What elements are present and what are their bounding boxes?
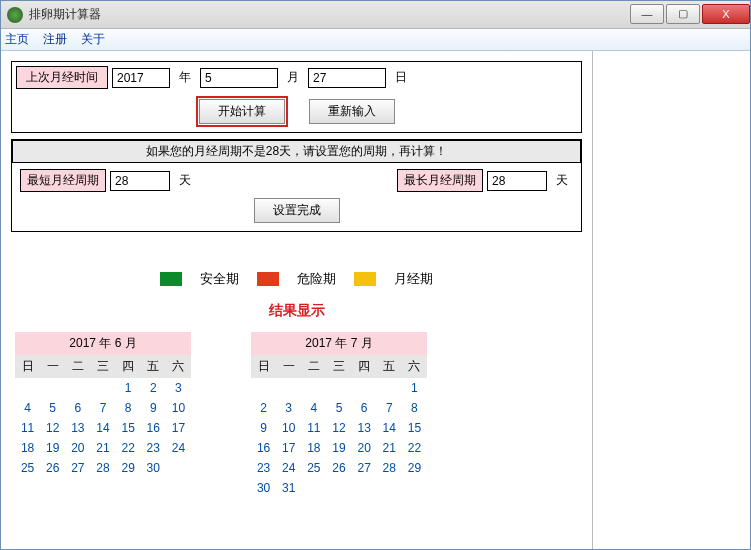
- calendar-cell[interactable]: 9: [141, 398, 166, 418]
- cycle-hint: 如果您的月经周期不是28天，请设置您的周期，再计算！: [12, 140, 581, 163]
- calendar-cell[interactable]: 21: [377, 438, 402, 458]
- weekday-head: 一: [276, 355, 301, 378]
- cycle-panel: 如果您的月经周期不是28天，请设置您的周期，再计算！ 最短月经周期 天 最长月经…: [11, 139, 582, 232]
- weekday-head: 一: [40, 355, 65, 378]
- calendar-cell[interactable]: 28: [377, 458, 402, 478]
- calendar-cell[interactable]: 22: [402, 438, 427, 458]
- max-cycle-label: 最长月经周期: [397, 169, 483, 192]
- month-input[interactable]: [200, 68, 278, 88]
- calendar-cell[interactable]: 5: [326, 398, 351, 418]
- calendar-cell[interactable]: 19: [40, 438, 65, 458]
- calendar-cell[interactable]: 26: [326, 458, 351, 478]
- calendar-cell[interactable]: 4: [301, 398, 326, 418]
- calendar-cell[interactable]: 12: [40, 418, 65, 438]
- calendar-cell[interactable]: 22: [116, 438, 141, 458]
- maximize-button[interactable]: ▢: [666, 4, 700, 24]
- day-input[interactable]: [308, 68, 386, 88]
- main-panel: 上次月经时间 年 月 日 开始计算 重新输入 如果您的月经周期不是28天，请设置…: [1, 51, 592, 549]
- set-done-button[interactable]: 设置完成: [254, 198, 340, 223]
- minimize-button[interactable]: —: [630, 4, 664, 24]
- calendar-cell[interactable]: 2: [251, 398, 276, 418]
- calendar-cell[interactable]: 12: [326, 418, 351, 438]
- calendar-cell[interactable]: 8: [116, 398, 141, 418]
- calendar-cell[interactable]: 28: [90, 458, 115, 478]
- calendar-cell[interactable]: 26: [40, 458, 65, 478]
- calendar-cell[interactable]: 15: [402, 418, 427, 438]
- menu-register[interactable]: 注册: [43, 31, 67, 48]
- calendar-cell[interactable]: 29: [116, 458, 141, 478]
- calendar-cell[interactable]: 13: [352, 418, 377, 438]
- calendar-cell[interactable]: 20: [352, 438, 377, 458]
- reset-button[interactable]: 重新输入: [309, 99, 395, 124]
- calendar-cell-empty: .: [251, 378, 276, 398]
- calendar-cell[interactable]: 10: [166, 398, 191, 418]
- weekday-head: 四: [116, 355, 141, 378]
- calendar-cell[interactable]: 6: [352, 398, 377, 418]
- menu-home[interactable]: 主页: [5, 31, 29, 48]
- calendar-cell[interactable]: 7: [377, 398, 402, 418]
- calendar-cell[interactable]: 16: [251, 438, 276, 458]
- calendar-cell[interactable]: 30: [251, 478, 276, 498]
- danger-swatch: [257, 272, 279, 286]
- calendar-cell[interactable]: 1: [116, 378, 141, 398]
- side-panel: [592, 51, 750, 549]
- weekday-head: 四: [352, 355, 377, 378]
- calendar-cell[interactable]: 31: [276, 478, 301, 498]
- calendar-cell[interactable]: 14: [90, 418, 115, 438]
- calendar-cell[interactable]: 16: [141, 418, 166, 438]
- calendar-cell[interactable]: 30: [141, 458, 166, 478]
- calendar-cell[interactable]: 18: [15, 438, 40, 458]
- calendar-cell[interactable]: 15: [116, 418, 141, 438]
- calendar-cell[interactable]: 5: [40, 398, 65, 418]
- calendar-cell[interactable]: 17: [276, 438, 301, 458]
- calendar-cell[interactable]: 20: [65, 438, 90, 458]
- menu-about[interactable]: 关于: [81, 31, 105, 48]
- calendar-cell-empty: .: [377, 378, 402, 398]
- calendar-cell[interactable]: 10: [276, 418, 301, 438]
- calendar-cell[interactable]: 24: [166, 438, 191, 458]
- calendar-cell[interactable]: 23: [251, 458, 276, 478]
- calculate-button[interactable]: 开始计算: [199, 99, 285, 124]
- calendar-cell[interactable]: 29: [402, 458, 427, 478]
- calendar-cell[interactable]: 9: [251, 418, 276, 438]
- weekday-head: 五: [141, 355, 166, 378]
- weekday-head: 日: [15, 355, 40, 378]
- close-button[interactable]: X: [702, 4, 750, 24]
- calendar-cell[interactable]: 3: [276, 398, 301, 418]
- calendar-cell[interactable]: 25: [15, 458, 40, 478]
- calendar-cell[interactable]: 13: [65, 418, 90, 438]
- weekday-head: 五: [377, 355, 402, 378]
- calendar-cell[interactable]: 14: [377, 418, 402, 438]
- calendar-cell[interactable]: 21: [90, 438, 115, 458]
- calendar-cell-empty: .: [326, 378, 351, 398]
- calendar-cell[interactable]: 11: [15, 418, 40, 438]
- calendar-cell[interactable]: 24: [276, 458, 301, 478]
- calendar-cell[interactable]: 27: [65, 458, 90, 478]
- calendar-cell[interactable]: 7: [90, 398, 115, 418]
- calendar-cell[interactable]: 17: [166, 418, 191, 438]
- app-icon: [7, 7, 23, 23]
- calendar-cell-empty: .: [301, 378, 326, 398]
- month-unit: 月: [282, 69, 304, 86]
- calendar-cell[interactable]: 19: [326, 438, 351, 458]
- calendar-1: 2017 年 6 月 日一二三四五六 ....12345678910111213…: [15, 332, 191, 498]
- year-input[interactable]: [112, 68, 170, 88]
- calendar-cell[interactable]: 11: [301, 418, 326, 438]
- calendar-cell[interactable]: 4: [15, 398, 40, 418]
- calendar-cell[interactable]: 6: [65, 398, 90, 418]
- calendar-cell[interactable]: 8: [402, 398, 427, 418]
- calendar-cell[interactable]: 23: [141, 438, 166, 458]
- calendar-cell[interactable]: 25: [301, 458, 326, 478]
- app-window: 排卵期计算器 — ▢ X 主页 注册 关于 上次月经时间 年 月 日: [0, 0, 751, 550]
- min-cycle-input[interactable]: [110, 171, 170, 191]
- calendar-cell[interactable]: 1: [402, 378, 427, 398]
- calendar-cell[interactable]: 3: [166, 378, 191, 398]
- calendar-cell[interactable]: 18: [301, 438, 326, 458]
- weekday-head: 三: [326, 355, 351, 378]
- calendar-cell[interactable]: 2: [141, 378, 166, 398]
- calendar-cell[interactable]: 27: [352, 458, 377, 478]
- min-cycle-label: 最短月经周期: [20, 169, 106, 192]
- max-cycle-input[interactable]: [487, 171, 547, 191]
- year-unit: 年: [174, 69, 196, 86]
- weekday-head: 日: [251, 355, 276, 378]
